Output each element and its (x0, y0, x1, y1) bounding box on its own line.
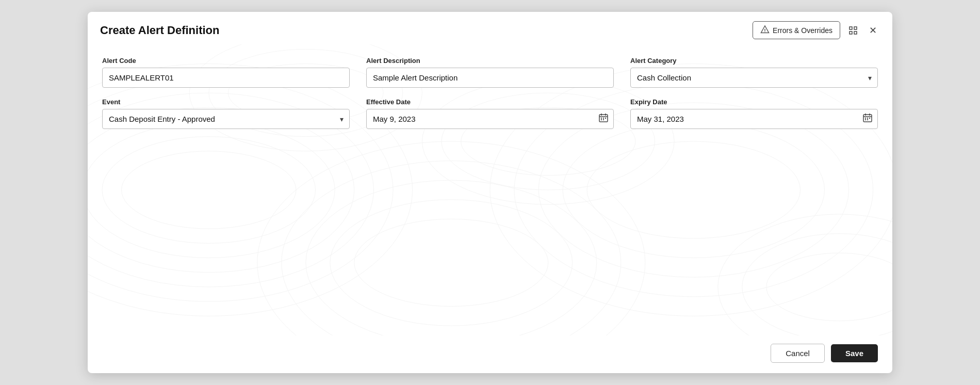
alert-category-select[interactable]: Cash Collection Other (630, 68, 878, 88)
event-group: Event Cash Deposit Entry - Approved Othe… (102, 98, 350, 129)
alert-code-input[interactable] (102, 68, 350, 88)
event-label: Event (102, 98, 350, 106)
svg-point-13 (354, 219, 548, 306)
expiry-date-label: Expiry Date (630, 98, 878, 106)
svg-point-19 (563, 122, 825, 258)
close-button[interactable]: ✕ (866, 23, 880, 38)
alert-description-group: Alert Description (366, 57, 614, 88)
effective-date-group: Effective Date (366, 98, 614, 129)
effective-date-wrapper (366, 109, 614, 129)
expiry-date-input[interactable] (630, 109, 878, 129)
svg-point-23 (766, 253, 892, 321)
svg-point-25 (718, 214, 892, 335)
errors-overrides-button[interactable]: Errors & Overrides (753, 21, 840, 39)
svg-point-15 (306, 180, 597, 335)
modal-body: Alert Code Alert Description Alert Categ… (88, 44, 892, 335)
modal-title: Create Alert Definition (100, 24, 219, 37)
effective-date-label: Effective Date (366, 98, 614, 106)
header-actions: Errors & Overrides ✕ (753, 21, 880, 39)
expiry-date-wrapper (630, 109, 878, 129)
svg-point-1 (764, 31, 765, 33)
modal-footer: Cancel Save (88, 335, 892, 373)
svg-point-9 (88, 107, 354, 272)
close-icon: ✕ (869, 25, 877, 36)
svg-point-18 (587, 141, 801, 238)
alert-description-input[interactable] (366, 68, 614, 88)
svg-point-16 (282, 161, 621, 335)
create-alert-modal: Create Alert Definition Errors & Overrid… (88, 12, 892, 373)
event-select-wrapper: Cash Deposit Entry - Approved Other ▾ (102, 109, 350, 129)
alert-category-group: Alert Category Cash Collection Other ▾ (630, 57, 878, 88)
alert-category-select-wrapper: Cash Collection Other ▾ (630, 68, 878, 88)
alert-code-group: Alert Code (102, 57, 350, 88)
errors-overrides-label: Errors & Overrides (773, 26, 832, 35)
svg-point-8 (88, 122, 335, 258)
expiry-date-group: Expiry Date (630, 98, 878, 129)
alert-description-label: Alert Description (366, 57, 614, 65)
svg-point-17 (257, 141, 645, 335)
svg-rect-3 (854, 27, 857, 29)
form-grid: Alert Code Alert Description Alert Categ… (102, 57, 878, 129)
svg-point-6 (122, 151, 296, 229)
event-select[interactable]: Cash Deposit Entry - Approved Other (102, 109, 350, 129)
save-button[interactable]: Save (831, 344, 878, 362)
expand-button[interactable] (845, 24, 861, 37)
warning-icon (760, 25, 770, 36)
effective-date-input[interactable] (366, 109, 614, 129)
svg-point-14 (330, 200, 573, 326)
svg-rect-5 (854, 31, 857, 34)
svg-rect-4 (850, 31, 852, 34)
alert-category-label: Alert Category (630, 57, 878, 65)
alert-code-label: Alert Code (102, 57, 350, 65)
cancel-button[interactable]: Cancel (771, 344, 825, 363)
svg-rect-2 (850, 27, 852, 29)
modal-header: Create Alert Definition Errors & Overrid… (88, 12, 892, 44)
svg-point-7 (102, 137, 316, 244)
svg-point-24 (742, 234, 892, 335)
